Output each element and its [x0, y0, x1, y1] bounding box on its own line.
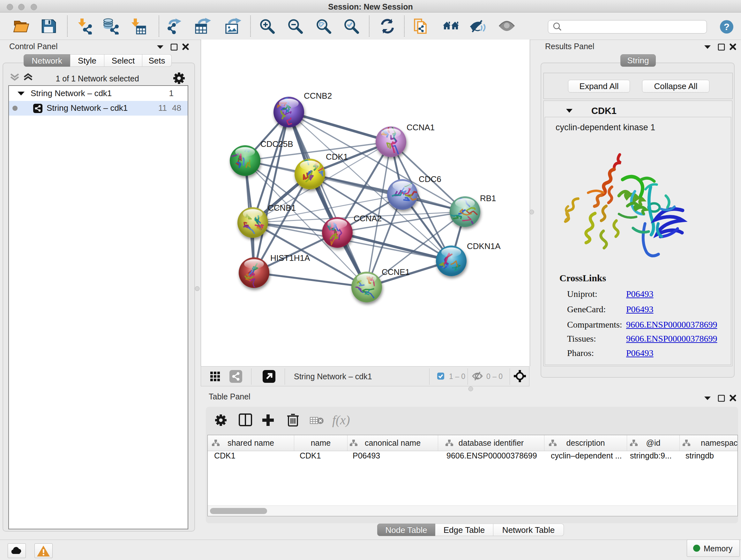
svg-text:CDKN1A: CDKN1A — [467, 241, 501, 251]
svg-text:CDC25B: CDC25B — [260, 139, 293, 149]
svg-text:CDK1: CDK1 — [326, 152, 348, 162]
svg-text:CCNB1: CCNB1 — [268, 203, 296, 212]
svg-text:RB1: RB1 — [480, 193, 496, 203]
svg-text:HIST1H1A: HIST1H1A — [270, 253, 310, 263]
svg-text:CCNB2: CCNB2 — [304, 91, 332, 101]
svg-text:CCNA1: CCNA1 — [407, 123, 434, 132]
svg-text:CCNE1: CCNE1 — [382, 267, 410, 277]
svg-text:CDC6: CDC6 — [419, 174, 441, 184]
svg-text:CCNA2: CCNA2 — [354, 213, 382, 223]
